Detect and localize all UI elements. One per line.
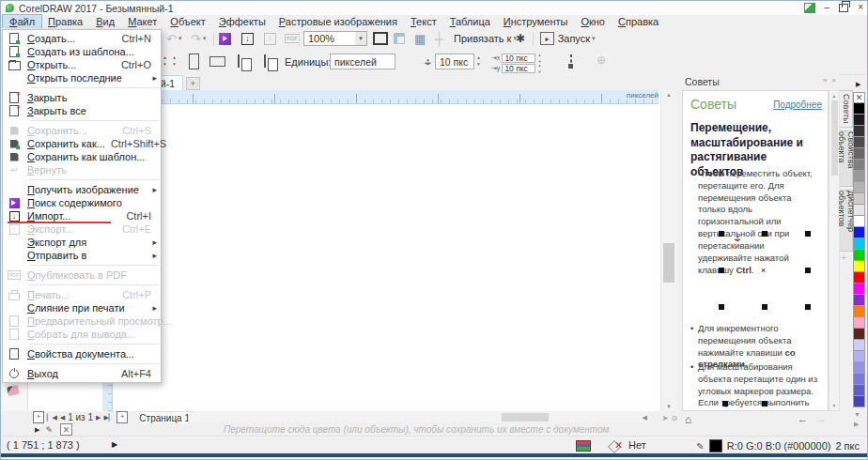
palette-flyout-icon[interactable]: ▶ (856, 81, 860, 88)
file-menu-item[interactable]: Открыть последние (3, 71, 161, 84)
file-menu-item[interactable]: Вернуть (3, 163, 161, 176)
file-menu-item[interactable]: Импорт... Ctrl+I (3, 209, 161, 222)
all-pages-button[interactable] (238, 54, 240, 68)
menubar-item[interactable]: Растровые изображения (272, 15, 404, 28)
treat-as-filled-button[interactable] (570, 54, 572, 68)
navigator-corner[interactable]: ➤ ⊙ (660, 412, 679, 423)
palette-swatch[interactable] (853, 374, 865, 385)
file-menu-item[interactable] (29, 344, 159, 345)
palette-swatch[interactable] (853, 261, 865, 272)
fullscreen-preview-button[interactable] (373, 31, 388, 46)
palette-expand-icon[interactable]: ▶ (854, 421, 859, 428)
file-menu-item[interactable]: Закрыть (3, 91, 161, 104)
navigator-icon[interactable]: ⊙ (672, 414, 678, 422)
palette-swatch[interactable] (853, 205, 865, 216)
redo-button[interactable]: ↷▾ (191, 31, 206, 46)
nudge-spinner[interactable]: ▲▼ (476, 55, 481, 67)
file-menu-item[interactable] (29, 179, 159, 180)
landscape-orientation-button[interactable] (209, 56, 225, 67)
snap-to-button[interactable]: Привязать к▾ (454, 31, 517, 46)
add-docker-button[interactable]: + (841, 253, 846, 263)
publish-pdf-button[interactable]: PDF (285, 31, 300, 46)
palette-swatch[interactable] (853, 227, 865, 238)
minimize-button[interactable]: – (825, 2, 830, 13)
palette-swatch[interactable] (853, 362, 865, 374)
next-page-button[interactable]: ▶ (96, 414, 101, 422)
menubar-item[interactable]: Файл (3, 15, 41, 28)
portrait-orientation-button[interactable] (189, 54, 199, 69)
restore-button[interactable] (839, 4, 848, 12)
palette-swatch[interactable] (853, 396, 865, 407)
eyedropper-icon[interactable]: ✎ (45, 425, 53, 435)
docker-pin-icon[interactable]: » (823, 76, 827, 84)
palette-swatch[interactable] (853, 182, 865, 193)
tips-scroll-down-icon[interactable]: ▼ (829, 403, 839, 408)
horizontal-scroll-thumb[interactable] (502, 413, 549, 422)
file-menu-item[interactable]: Экспорт... Ctrl+E (3, 222, 161, 236)
page-size-spinner[interactable]: ▲▼ (172, 55, 177, 67)
docker-tab[interactable]: Советы (840, 90, 853, 128)
docker-tab[interactable]: Диспетчер объектов (840, 190, 853, 252)
add-page-after-button[interactable]: + (116, 411, 128, 423)
palette-swatch[interactable] (853, 295, 865, 306)
last-page-button[interactable]: ▶▏ (103, 414, 114, 422)
palette-swatch[interactable] (853, 340, 865, 351)
page-size-spinner[interactable]: ▲▼ (163, 55, 167, 67)
palette-swatch[interactable] (853, 160, 865, 171)
page-tab[interactable]: Страница 1 (135, 411, 194, 424)
file-menu-item[interactable] (29, 363, 159, 364)
file-menu-item[interactable]: Получить изображение (3, 183, 161, 196)
file-menu-item[interactable]: Выход Alt+F4 (3, 367, 161, 380)
fill-status-icon[interactable]: ✕ (610, 440, 620, 451)
palette-swatch[interactable] (853, 238, 865, 250)
palette-swatch[interactable] (853, 103, 865, 115)
file-menu-item[interactable]: Сохранить... Ctrl+S (3, 124, 161, 137)
duplicate-x-row[interactable]: ⇥x10 пкс▲▼ (491, 53, 541, 63)
file-menu-item[interactable]: Открыть... Ctrl+O (3, 58, 161, 71)
scroll-down-icon[interactable]: ▼ (661, 404, 676, 409)
menubar-item[interactable]: Правка (41, 15, 89, 28)
import-button[interactable]: ↓ (241, 31, 254, 46)
docker-close-icon[interactable]: × (831, 76, 836, 84)
file-menu-item[interactable]: Отправить в (3, 249, 161, 262)
palette-swatch[interactable] (853, 137, 865, 148)
coords-flyout-icon[interactable]: ▶ (112, 440, 117, 449)
docker-titlebar[interactable]: Советы (679, 74, 840, 89)
palette-swatch[interactable] (853, 317, 865, 329)
menubar-item[interactable]: Текст (404, 15, 443, 28)
file-menu-item[interactable]: Предварительный просмотр... (3, 314, 161, 328)
file-menu-item[interactable]: Сохранить как... Ctrl+Shift+S (3, 137, 161, 150)
file-menu-item[interactable] (29, 284, 159, 285)
palette-swatch[interactable] (853, 126, 865, 137)
file-menu-item[interactable]: Сохранить как шаблон... (3, 150, 161, 163)
zoom-level-combobox[interactable]: 100% (303, 31, 356, 46)
horizontal-ruler[interactable]: пикселей (112, 90, 659, 104)
new-tab-button[interactable]: + (186, 77, 200, 90)
pan-icon[interactable]: ➤ (662, 414, 669, 422)
no-color-swatch[interactable]: ✕ (60, 423, 72, 436)
units-combobox[interactable]: пикселей (330, 54, 395, 69)
color-proof-icon[interactable] (576, 440, 591, 452)
palette-swatch[interactable] (853, 92, 865, 103)
window-app-icon[interactable] (804, 3, 815, 13)
file-menu-item[interactable]: Свойства документа... (3, 347, 161, 360)
horizontal-scrollbar[interactable]: ◀ (189, 412, 649, 422)
close-button[interactable]: × (858, 2, 863, 13)
back-icon[interactable]: ← (798, 413, 808, 424)
palette-swatch[interactable] (853, 216, 865, 227)
docker-tab[interactable]: Свойства объекта (840, 130, 853, 187)
prev-page-button[interactable]: ◀ (60, 414, 65, 422)
export-button[interactable]: ↑ (264, 31, 276, 46)
file-menu-item[interactable]: Печать... Ctrl+P (3, 288, 161, 301)
palette-swatch[interactable] (853, 385, 865, 396)
current-page-button[interactable] (264, 54, 266, 68)
eraser-tool-icon[interactable] (7, 385, 20, 396)
vertical-scrollbar[interactable]: ▲ ▼ (660, 90, 676, 411)
duplicate-y-row[interactable]: ⇥y10 пкс▲▼ (491, 63, 541, 73)
file-menu-item[interactable] (29, 120, 159, 121)
menubar-item[interactable]: Окно (574, 15, 612, 28)
home-icon[interactable]: ⌂ (685, 413, 691, 426)
file-menu-item[interactable]: Собрать для вывода... (3, 328, 161, 341)
outline-color-swatch[interactable] (709, 439, 722, 452)
file-menu-item[interactable]: Экспорт для (3, 236, 161, 249)
